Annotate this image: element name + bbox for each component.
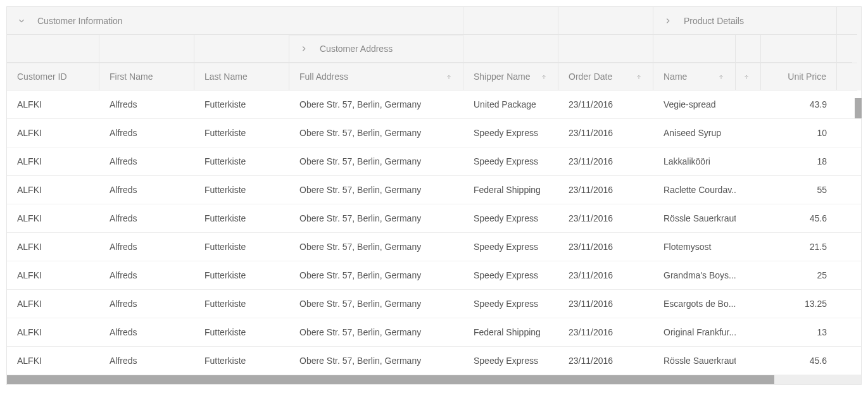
cell-first-name: Alfreds xyxy=(99,147,194,175)
cell-full-address: Obere Str. 57, Berlin, Germany xyxy=(289,261,463,289)
cell-full-address: Obere Str. 57, Berlin, Germany xyxy=(289,119,463,147)
cell-empty xyxy=(736,147,761,175)
column-header-full-address[interactable]: Full Address xyxy=(289,63,463,90)
sort-ascending-icon xyxy=(717,73,725,80)
subgroup-spacer xyxy=(99,35,194,63)
table-row[interactable]: ALFKIAlfredsFutterkisteObere Str. 57, Be… xyxy=(7,204,861,233)
cell-end xyxy=(837,176,857,204)
column-header-sort-only[interactable] xyxy=(736,63,761,90)
cell-unit-price: 13 xyxy=(761,318,837,346)
cell-full-address: Obere Str. 57, Berlin, Germany xyxy=(289,233,463,261)
subgroup-spacer xyxy=(463,35,558,63)
subgroup-spacer xyxy=(653,35,736,63)
cell-unit-price: 25 xyxy=(761,261,837,289)
column-header-first-name[interactable]: First Name xyxy=(99,63,194,90)
cell-shipper-name: Speedy Express xyxy=(463,147,558,175)
column-label: Order Date xyxy=(569,72,612,82)
cell-empty xyxy=(736,119,761,147)
cell-name: Original Frankfur... xyxy=(653,318,736,346)
column-header-unit-price[interactable]: Unit Price xyxy=(761,63,837,90)
column-header-end xyxy=(837,63,857,90)
cell-name: Escargots de Bo... xyxy=(653,290,736,318)
group-label: Customer Information xyxy=(37,16,123,26)
cell-full-address: Obere Str. 57, Berlin, Germany xyxy=(289,147,463,175)
group-header-product-details[interactable]: Product Details xyxy=(653,7,837,35)
chevron-right-icon xyxy=(299,44,308,53)
cell-unit-price: 55 xyxy=(761,176,837,204)
cell-first-name: Alfreds xyxy=(99,261,194,289)
cell-first-name: Alfreds xyxy=(99,119,194,147)
cell-full-address: Obere Str. 57, Berlin, Germany xyxy=(289,90,463,118)
scrollbar-track[interactable] xyxy=(774,375,861,384)
cell-last-name: Futterkiste xyxy=(194,147,289,175)
cell-empty xyxy=(736,290,761,318)
cell-customer-id: ALFKI xyxy=(7,119,99,147)
table-row[interactable]: ALFKIAlfredsFutterkisteObere Str. 57, Be… xyxy=(7,261,861,290)
table-row[interactable]: ALFKIAlfredsFutterkisteObere Str. 57, Be… xyxy=(7,318,861,347)
cell-customer-id: ALFKI xyxy=(7,290,99,318)
table-row[interactable]: ALFKIAlfredsFutterkisteObere Str. 57, Be… xyxy=(7,176,861,204)
cell-empty xyxy=(736,90,761,118)
cell-last-name: Futterkiste xyxy=(194,233,289,261)
group-header-customer-address[interactable]: Customer Address xyxy=(289,35,463,63)
group-label: Customer Address xyxy=(320,44,393,54)
table-row[interactable]: ALFKIAlfredsFutterkisteObere Str. 57, Be… xyxy=(7,290,861,318)
cell-customer-id: ALFKI xyxy=(7,261,99,289)
column-label: Full Address xyxy=(299,72,348,82)
column-label: First Name xyxy=(110,72,153,82)
cell-full-address: Obere Str. 57, Berlin, Germany xyxy=(289,290,463,318)
grid-header: Customer Information Product Details Cus xyxy=(7,7,861,90)
sort-ascending-icon xyxy=(635,73,643,80)
cell-last-name: Futterkiste xyxy=(194,90,289,118)
horizontal-scrollbar[interactable] xyxy=(7,375,861,384)
table-row[interactable]: ALFKIAlfredsFutterkisteObere Str. 57, Be… xyxy=(7,147,861,176)
group-header-row-2: Customer Address xyxy=(7,35,861,63)
cell-shipper-name: Speedy Express xyxy=(463,204,558,232)
cell-last-name: Futterkiste xyxy=(194,176,289,204)
column-label: Unit Price xyxy=(788,72,826,82)
cell-order-date: 23/11/2016 xyxy=(558,347,653,375)
cell-last-name: Futterkiste xyxy=(194,204,289,232)
cell-end xyxy=(837,119,857,147)
cell-empty xyxy=(736,261,761,289)
column-header-customer-id[interactable]: Customer ID xyxy=(7,63,99,90)
cell-name: Lakkalikööri xyxy=(653,147,736,175)
table-row[interactable]: ALFKIAlfredsFutterkisteObere Str. 57, Be… xyxy=(7,119,861,147)
cell-name: Rössle Sauerkraut xyxy=(653,204,736,232)
table-row[interactable]: ALFKIAlfredsFutterkisteObere Str. 57, Be… xyxy=(7,90,861,119)
cell-first-name: Alfreds xyxy=(99,176,194,204)
cell-last-name: Futterkiste xyxy=(194,119,289,147)
scrollbar-thumb[interactable] xyxy=(7,375,774,384)
column-header-shipper-name[interactable]: Shipper Name xyxy=(463,63,558,90)
table-row[interactable]: ALFKIAlfredsFutterkisteObere Str. 57, Be… xyxy=(7,347,861,375)
cell-end xyxy=(837,204,857,232)
cell-unit-price: 18 xyxy=(761,147,837,175)
cell-full-address: Obere Str. 57, Berlin, Germany xyxy=(289,347,463,375)
column-header-last-name[interactable]: Last Name xyxy=(194,63,289,90)
cell-end xyxy=(837,261,857,289)
cell-full-address: Obere Str. 57, Berlin, Germany xyxy=(289,176,463,204)
cell-unit-price: 13.25 xyxy=(761,290,837,318)
cell-first-name: Alfreds xyxy=(99,318,194,346)
group-header-empty-date xyxy=(558,7,653,35)
cell-empty xyxy=(736,176,761,204)
cell-shipper-name: Federal Shipping xyxy=(463,318,558,346)
cell-name: Grandma's Boys... xyxy=(653,261,736,289)
cell-full-address: Obere Str. 57, Berlin, Germany xyxy=(289,204,463,232)
cell-last-name: Futterkiste xyxy=(194,290,289,318)
column-header-order-date[interactable]: Order Date xyxy=(558,63,653,90)
group-header-row-1: Customer Information Product Details xyxy=(7,7,861,35)
cell-empty xyxy=(736,204,761,232)
cell-order-date: 23/11/2016 xyxy=(558,318,653,346)
chevron-right-icon xyxy=(664,16,672,25)
cell-end xyxy=(837,233,857,261)
data-grid: Customer Information Product Details Cus xyxy=(6,6,862,385)
cell-customer-id: ALFKI xyxy=(7,204,99,232)
group-header-customer-information[interactable]: Customer Information xyxy=(7,7,463,35)
column-header-name[interactable]: Name xyxy=(653,63,736,90)
cell-customer-id: ALFKI xyxy=(7,90,99,118)
table-row[interactable]: ALFKIAlfredsFutterkisteObere Str. 57, Be… xyxy=(7,233,861,261)
vertical-scrollbar-thumb[interactable] xyxy=(855,98,862,118)
cell-customer-id: ALFKI xyxy=(7,176,99,204)
cell-empty xyxy=(736,347,761,375)
